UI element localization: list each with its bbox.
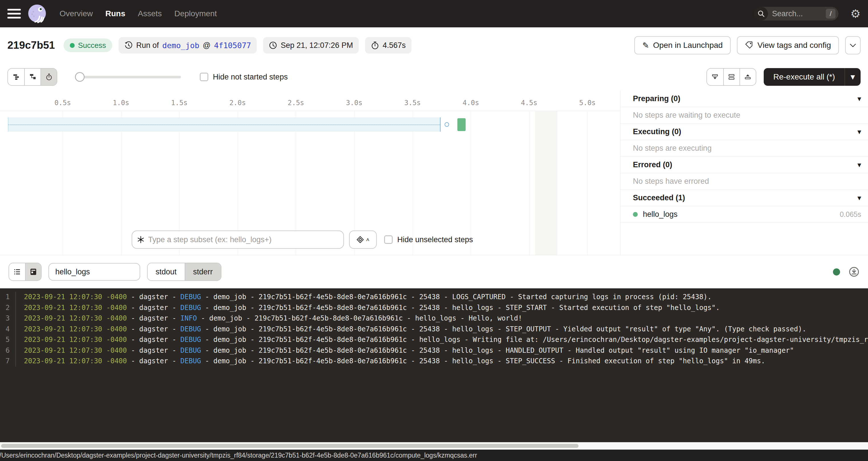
section-caret-icon[interactable]: ▼ [858,162,861,168]
log-stream-tabs: stdout stderr [147,263,221,281]
log-line: 72023-09-21 12:07:30 -0400 - dagster - D… [0,356,868,367]
hamburger-menu-icon[interactable] [7,9,21,19]
gantt-pane: 0.5s1.0s1.5s2.0s2.5s3.0s3.5s4.0s4.5s5.0s [0,91,620,255]
download-log-icon[interactable] [848,267,860,277]
view-tags-config-button[interactable]: View tags and config [737,36,839,54]
hide-not-started-row: Hide not started steps [200,73,288,82]
axis-tick: 0.5s [55,99,71,107]
step-start-marker[interactable] [444,122,449,127]
log-horizontal-scrollbar[interactable] [0,442,868,450]
run-id-title: 219c7b51 [7,39,55,51]
log-toolbar: stdout stderr [0,255,868,288]
preparing-empty-row: No steps are waiting to execute [620,107,868,124]
tab-stderr[interactable]: stderr [185,263,221,280]
tab-stdout[interactable]: stdout [148,263,185,280]
clock-icon [269,41,277,50]
reexecute-all-button[interactable]: Re-execute all (*) ▼ [764,68,861,86]
chevron-down-icon [850,43,856,47]
split-view-button[interactable] [723,69,740,85]
step-subset-input[interactable] [148,235,339,244]
log-line: 52023-09-21 12:07:30 -0400 - dagster - D… [0,335,868,345]
section-caret-icon[interactable]: ▼ [858,195,861,201]
split-view-icon [728,73,735,81]
nav-item-overview[interactable]: Overview [60,9,93,18]
collapse-down-button[interactable] [707,69,723,85]
log-filter-input[interactable] [49,263,140,281]
header-more-button[interactable] [845,36,861,54]
structured-log-view-button[interactable] [9,263,25,280]
step-success-dot [633,212,638,217]
search-input[interactable] [772,9,817,18]
structured-list-icon [13,268,21,276]
scrollbar-thumb[interactable] [1,444,579,448]
nav-links: OverviewRunsAssetsDeployment [60,9,217,18]
waiting-dotted-line [8,124,440,125]
log-line-number: 1 [0,292,16,303]
zoom-slider[interactable] [75,72,181,82]
expand-up-button[interactable] [740,69,756,85]
dagster-logo-icon[interactable] [27,4,47,24]
section-caret-icon[interactable]: ▼ [858,96,861,102]
hide-not-started-checkbox[interactable] [200,73,208,81]
raw-log-icon [30,268,37,276]
section-caret-icon[interactable]: ▼ [858,129,861,135]
search-shortcut-badge: / [826,9,836,19]
hide-unselected-checkbox[interactable] [384,235,393,244]
gridline [63,111,63,255]
job-link[interactable]: demo_job [162,41,199,50]
section-executing[interactable]: Executing (0)▼ [620,124,868,140]
log-line-text: 2023-09-21 12:07:30 -0400 - dagster - DE… [16,292,712,303]
section-preparing[interactable]: Preparing (0)▼ [620,91,868,107]
collapse-caret: ˄ [366,237,370,243]
timed-view-button[interactable] [40,69,57,85]
timer-icon [45,73,53,81]
axis-tick: 5.0s [579,99,596,107]
section-succeeded[interactable]: Succeeded (1)▼ [620,190,868,206]
axis-tick: 1.5s [171,99,187,107]
log-line: 12023-09-21 12:07:30 -0400 - dagster - D… [0,292,868,303]
executing-empty-row: No steps are executing [620,140,868,157]
view-mode-group [7,68,57,86]
status-dot [70,43,75,48]
step-bar-hello-logs[interactable] [457,118,466,131]
reexecute-dropdown-caret[interactable]: ▼ [845,68,861,86]
log-line-number: 7 [0,356,16,367]
step-subset-box[interactable] [132,230,344,249]
raw-log-view-button[interactable] [25,263,41,280]
waterfall-view-button[interactable] [24,69,40,85]
open-in-launchpad-button[interactable]: ✎ Open in Launchpad [634,36,731,54]
gridline [529,111,529,255]
axis-tick: 2.5s [287,99,304,107]
log-line-number: 5 [0,335,16,345]
axis-tick: 3.5s [404,99,421,107]
log-line-text: 2023-09-21 12:07:30 -0400 - dagster - DE… [16,303,720,313]
gear-icon[interactable]: ⚙ [850,8,861,19]
duration-tag: 4.567s [365,37,411,54]
raw-log-output[interactable]: 12023-09-21 12:07:30 -0400 - dagster - D… [0,288,868,442]
flat-gantt-view-button[interactable] [8,69,24,85]
log-capture-status-dot [833,268,840,276]
expand-up-icon [744,73,751,81]
log-view-mode-group [8,263,41,281]
section-errored[interactable]: Errored (0)▼ [620,157,868,173]
layers-icon [356,236,364,243]
zoom-slider-knob[interactable] [75,72,85,82]
nav-item-deployment[interactable]: Deployment [175,9,217,18]
step-waiting-band [8,117,440,132]
succeeded-step-row[interactable]: hello_logs 0.065s [620,206,868,223]
nav-item-runs[interactable]: Runs [105,9,125,18]
code-version-link[interactable]: 4f105077 [214,41,251,50]
nav-item-assets[interactable]: Assets [138,9,162,18]
gridline [121,111,121,255]
dagster-app: OverviewRunsAssetsDeployment / ⚙ 219c7b5… [0,0,868,461]
log-line: 22023-09-21 12:07:30 -0400 - dagster - D… [0,303,868,313]
hide-unselected-row: Hide unselected steps [384,235,473,244]
search-box[interactable]: / [754,7,838,21]
timestamp-tag: Sep 21, 12:07:26 PM [263,37,359,54]
gridline [587,111,588,255]
run-header: 219c7b51 Success Run of demo_job @ 4f105… [0,27,868,63]
graph-query-toggle-button[interactable]: ˄ [349,230,377,249]
log-line: 42023-09-21 12:07:30 -0400 - dagster - D… [0,324,868,335]
log-line-number: 6 [0,345,16,356]
panel-layout-group [706,68,756,86]
